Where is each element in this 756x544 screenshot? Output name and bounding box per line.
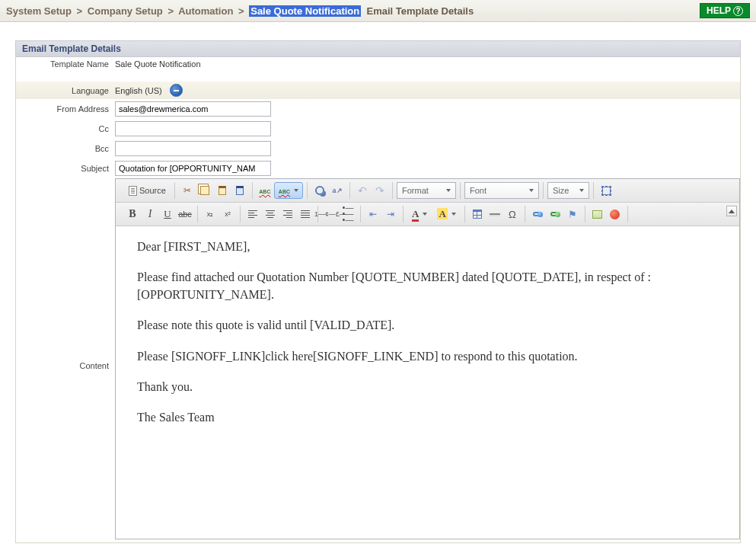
special-char-button[interactable] — [504, 206, 521, 222]
anchor-button[interactable] — [564, 206, 581, 222]
breadcrumb-l2[interactable]: Company Setup — [88, 5, 163, 17]
table-icon — [473, 210, 482, 219]
editor-paragraph: Thank you. — [137, 379, 718, 395]
copy-icon — [200, 186, 209, 195]
paste-button[interactable] — [214, 182, 231, 199]
font-select[interactable]: Font — [464, 182, 539, 199]
link-icon — [533, 212, 542, 216]
hr-button[interactable] — [486, 206, 503, 222]
collapse-toolbar-button[interactable] — [726, 206, 737, 216]
maximize-icon — [602, 187, 611, 195]
image-icon — [592, 210, 602, 219]
breadcrumb-tail: Email Template Details — [364, 5, 474, 17]
size-label: Size — [553, 186, 569, 195]
table-button[interactable] — [469, 206, 486, 222]
bcc-input[interactable] — [115, 141, 271, 156]
editor-toolbar-row1: Source — [116, 179, 739, 203]
source-label: Source — [139, 186, 166, 195]
breadcrumb-root[interactable]: System Setup — [6, 5, 72, 17]
breadcrumb-sep: > — [75, 5, 85, 17]
redo-button[interactable] — [372, 182, 388, 199]
special-char-icon — [509, 209, 516, 220]
language-label: Language — [16, 86, 115, 95]
maximize-button[interactable] — [598, 182, 614, 199]
breadcrumb-sep: > — [236, 5, 247, 17]
paste-word-icon — [236, 186, 244, 195]
format-select[interactable]: Format — [397, 182, 456, 199]
editor-paragraph: Please [SIGNOFF_LINK]click here[SIGNOFF_… — [137, 348, 718, 365]
indent-button[interactable] — [382, 206, 399, 222]
source-button[interactable]: Source — [124, 182, 171, 199]
subscript-button[interactable]: x₂ — [202, 206, 219, 222]
editor-content[interactable]: Dear [FIRST_NAME], Please find attached … — [116, 226, 739, 539]
bg-color-button[interactable] — [432, 206, 460, 222]
about-button[interactable] — [607, 206, 624, 222]
help-label: HELP — [707, 5, 731, 16]
cc-input[interactable] — [115, 121, 271, 136]
strike-button[interactable]: abc — [177, 206, 193, 222]
underline-button[interactable]: U — [159, 206, 176, 222]
strike-icon: abc — [178, 210, 192, 219]
paste-word-button[interactable] — [231, 182, 248, 199]
bcc-label: Bcc — [16, 144, 115, 153]
replace-icon — [333, 187, 343, 194]
align-justify-button[interactable] — [297, 206, 314, 222]
link-button[interactable] — [529, 206, 546, 222]
source-icon — [129, 186, 137, 196]
text-color-button[interactable] — [407, 206, 432, 222]
replace-button[interactable] — [329, 182, 346, 199]
about-icon — [610, 210, 620, 219]
cut-icon — [183, 185, 191, 196]
hr-icon — [490, 213, 500, 215]
unlink-button[interactable] — [547, 206, 563, 222]
remove-language-icon[interactable] — [170, 84, 183, 97]
image-button[interactable] — [589, 206, 606, 222]
bullet-list-button[interactable] — [340, 206, 356, 222]
cut-button[interactable] — [179, 182, 196, 199]
chevron-down-icon — [529, 189, 534, 192]
editor-paragraph: Please find attached our Quotation Numbe… — [137, 269, 718, 303]
italic-icon: I — [148, 208, 152, 220]
editor-paragraph: Dear [FIRST_NAME], — [137, 238, 718, 255]
outdent-icon — [369, 209, 377, 219]
editor-row: Content Source — [15, 178, 741, 543]
subject-input[interactable] — [115, 161, 271, 176]
breadcrumb-current[interactable]: Sale Quote Notification — [249, 5, 361, 17]
template-name-row: Template Name Sale Quote Notification — [15, 57, 741, 71]
breadcrumb: System Setup > Company Setup > Automatio… — [6, 5, 474, 17]
spellcheck-button[interactable] — [257, 182, 273, 199]
help-button[interactable]: HELP? — [700, 3, 750, 18]
align-center-icon — [266, 210, 275, 219]
bullet-list-icon — [343, 205, 354, 222]
unlink-icon — [550, 212, 560, 216]
from-input[interactable] — [115, 101, 271, 117]
find-button[interactable] — [311, 182, 328, 199]
redo-icon — [375, 184, 384, 197]
italic-button[interactable]: I — [142, 206, 158, 222]
numbered-list-button[interactable] — [322, 206, 339, 222]
subscript-icon: x₂ — [207, 210, 214, 218]
align-right-button[interactable] — [279, 206, 296, 222]
underline-icon: U — [164, 208, 171, 220]
spellcheck-icon — [259, 185, 270, 196]
align-right-icon — [283, 210, 292, 219]
align-left-button[interactable] — [244, 206, 261, 222]
superscript-button[interactable]: x² — [219, 206, 236, 222]
chevron-down-icon — [423, 213, 427, 216]
breadcrumb-l3[interactable]: Automation — [178, 5, 233, 17]
undo-button[interactable] — [354, 182, 371, 199]
spellcheck-as-type-button[interactable] — [274, 182, 303, 199]
subject-label: Subject — [16, 164, 115, 173]
bg-color-icon — [437, 208, 447, 220]
content-label: Content — [16, 178, 115, 539]
spellcheck-icon — [279, 185, 290, 196]
align-left-icon — [248, 210, 257, 219]
copy-button[interactable] — [196, 182, 213, 199]
bold-button[interactable]: B — [124, 206, 141, 222]
from-label: From Address — [16, 104, 115, 114]
section-header: Email Template Details — [15, 40, 741, 57]
page-body: Email Template Details Template Name Sal… — [0, 22, 756, 544]
size-select[interactable]: Size — [547, 182, 589, 199]
outdent-button[interactable] — [365, 206, 381, 222]
align-center-button[interactable] — [262, 206, 279, 222]
